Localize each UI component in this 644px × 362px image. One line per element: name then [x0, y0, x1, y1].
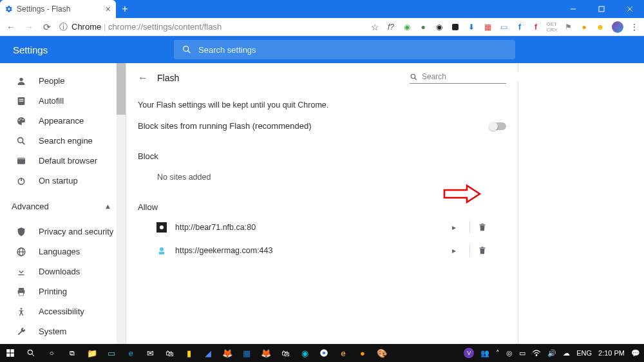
taskbar-app-icon[interactable]: e: [334, 344, 353, 362]
site-url[interactable]: https://geekermag.com:443: [175, 246, 439, 255]
ext-icon[interactable]: ☻: [595, 22, 605, 32]
window-minimize-button[interactable]: [559, 0, 587, 18]
taskbar-app-icon[interactable]: ▦: [237, 344, 256, 362]
taskbar-search-icon[interactable]: [21, 344, 41, 362]
tray-icon[interactable]: V: [464, 348, 474, 358]
taskbar-app-icon[interactable]: 🦊: [218, 344, 237, 362]
sidebar-item[interactable]: Printing: [0, 281, 126, 301]
tray-onedrive-icon[interactable]: ☁: [563, 349, 570, 357]
tray-chevron-icon[interactable]: ˄: [496, 349, 500, 357]
tray-notifications-icon[interactable]: 💬: [631, 349, 640, 357]
ext-icon[interactable]: GETCRX: [547, 22, 557, 32]
taskbar-app-icon[interactable]: ▭: [102, 344, 121, 362]
ext-icon[interactable]: f?: [386, 22, 396, 32]
taskview-icon[interactable]: ⧉: [62, 344, 82, 362]
nav-back-button[interactable]: ←: [5, 22, 17, 32]
back-button[interactable]: ←: [138, 72, 148, 84]
start-button[interactable]: [0, 344, 21, 362]
tray-clock[interactable]: 2:10 PM: [598, 349, 625, 357]
nav-forward-button[interactable]: →: [23, 22, 35, 32]
nav-reload-button[interactable]: ⟳: [41, 22, 53, 32]
chevron-up-icon: ▲: [104, 202, 111, 210]
taskbar-app-icon[interactable]: 🦊: [256, 344, 276, 362]
site-details-button[interactable]: ▸: [446, 223, 462, 232]
taskbar-app-icon[interactable]: ✉: [140, 344, 160, 362]
site-delete-button[interactable]: [478, 222, 506, 233]
sidebar-item-label: Search engine: [39, 136, 93, 146]
sidebar-item[interactable]: Languages: [0, 242, 126, 262]
svg-point-13: [23, 119, 24, 120]
taskbar-app-icon[interactable]: [314, 344, 334, 362]
taskbar-app-icon[interactable]: ◢: [198, 344, 218, 362]
page-search-input[interactable]: [422, 72, 518, 81]
taskbar-app-icon[interactable]: 🎨: [372, 344, 392, 362]
settings-search[interactable]: [174, 40, 515, 59]
sidebar-item[interactable]: System: [0, 321, 126, 341]
address-bar[interactable]: ⓘ Chrome | chrome://settings/content/fla…: [59, 21, 365, 33]
taskbar-app-icon[interactable]: ◉: [295, 344, 314, 362]
sidebar-scrollbar[interactable]: [117, 63, 126, 344]
tray-wifi-icon[interactable]: [532, 349, 541, 357]
sidebar-item[interactable]: Downloads: [0, 262, 126, 281]
ext-icon[interactable]: ⬇: [466, 22, 477, 32]
ext-icon[interactable]: f: [515, 22, 525, 32]
tray-battery-icon[interactable]: ▭: [519, 349, 526, 357]
profile-avatar[interactable]: [612, 21, 623, 33]
tray-volume-icon[interactable]: 🔊: [547, 349, 556, 357]
taskbar-app-icon[interactable]: e: [121, 344, 140, 362]
svg-rect-33: [481, 224, 484, 224]
window-maximize-button[interactable]: [587, 0, 616, 18]
page-search[interactable]: [410, 72, 506, 84]
sidebar-item[interactable]: Accessibility: [0, 301, 126, 321]
taskbar-app-icon[interactable]: 🛍: [160, 344, 179, 362]
ext-icon[interactable]: ▭: [498, 22, 509, 32]
ext-icon[interactable]: ▦: [482, 22, 493, 32]
sidebar-item[interactable]: Autofill: [0, 91, 126, 111]
sidebar-item[interactable]: Search engine: [0, 131, 126, 151]
browser-tab[interactable]: Settings - Flash ×: [0, 0, 116, 18]
taskbar-app-icon[interactable]: ●: [353, 344, 372, 362]
settings-search-input[interactable]: [198, 45, 507, 55]
tray-people-icon[interactable]: 👥: [480, 349, 489, 357]
browser-menu-button[interactable]: ⋮: [630, 22, 639, 32]
site-url[interactable]: http://bear71.nfb.ca:80: [175, 223, 439, 232]
taskbar-app-icon[interactable]: 📁: [82, 344, 102, 362]
block-flash-toggle[interactable]: [489, 122, 506, 130]
sidebar-item[interactable]: Appearance: [0, 111, 126, 131]
svg-line-15: [23, 142, 25, 144]
taskbar-app-icon[interactable]: ▮: [179, 344, 198, 362]
settings-title: Settings: [0, 44, 174, 55]
new-tab-button[interactable]: +: [116, 0, 134, 18]
ext-icon[interactable]: ◉: [402, 22, 412, 32]
bookmark-star-icon[interactable]: ☆: [371, 22, 379, 32]
sidebar-item-label: On startup: [39, 176, 78, 186]
tray-location-icon[interactable]: ◎: [506, 349, 513, 357]
ext-icon[interactable]: [450, 22, 460, 32]
sidebar-item[interactable]: People: [0, 71, 126, 91]
svg-point-46: [323, 352, 326, 355]
ext-icon[interactable]: ◉: [434, 22, 444, 32]
close-tab-icon[interactable]: ×: [106, 4, 111, 14]
sidebar-advanced-toggle[interactable]: Advanced▲: [0, 195, 126, 218]
palette-icon: [15, 116, 27, 126]
browser-toolbar: ← → ⟳ ⓘ Chrome | chrome://settings/conte…: [0, 18, 644, 36]
shield-icon: [15, 227, 27, 237]
sidebar-item[interactable]: Default browser: [0, 151, 126, 171]
site-info-icon[interactable]: ⓘ: [59, 21, 68, 33]
taskbar-app-icon[interactable]: 🛍: [276, 344, 295, 362]
site-delete-button[interactable]: [478, 245, 506, 256]
advanced-label: Advanced: [12, 202, 49, 211]
site-details-button[interactable]: ▸: [446, 246, 462, 255]
browser-icon: [15, 156, 27, 166]
sidebar-item[interactable]: Privacy and security: [0, 222, 126, 242]
tray-language[interactable]: ENG: [576, 349, 592, 357]
sidebar-item[interactable]: On startup: [0, 171, 126, 191]
window-close-button[interactable]: [616, 0, 644, 18]
sidebar-item-label: Languages: [39, 247, 80, 256]
cortana-icon[interactable]: ○: [41, 344, 62, 362]
svg-rect-10: [19, 100, 24, 101]
ext-icon[interactable]: ●: [418, 22, 428, 32]
ext-icon[interactable]: f: [531, 22, 541, 32]
ext-icon[interactable]: ●: [579, 22, 589, 32]
ext-icon[interactable]: ⚑: [563, 22, 573, 32]
